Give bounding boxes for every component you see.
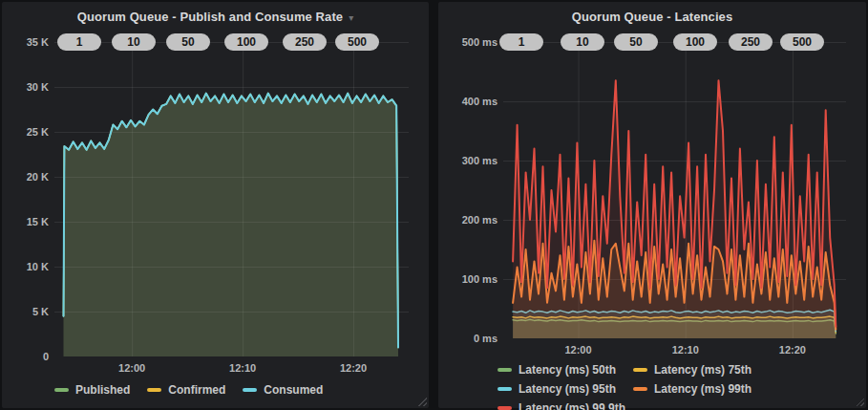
legend: Latency (ms) 50thLatency (ms) 75thLatenc… (498, 363, 868, 410)
legend-item[interactable]: Confirmed (147, 383, 225, 397)
legend-item[interactable]: Consumed (243, 383, 323, 397)
y-axis-tick-label: 100 ms (450, 273, 498, 285)
legend-color-marker-icon (633, 387, 647, 391)
legend-label: Published (75, 383, 130, 397)
annotation-pill[interactable]: 100 (673, 33, 717, 51)
panel-header[interactable]: Quorum Queue - Publish and Consume Rate … (2, 6, 429, 27)
annotation-pill[interactable]: 10 (561, 33, 604, 51)
legend-color-marker-icon (633, 368, 647, 372)
panel-resize-handle-icon[interactable] (855, 397, 864, 406)
legend-label: Confirmed (168, 383, 225, 397)
legend-color-marker-icon (243, 388, 257, 392)
legend-item[interactable]: Latency (ms) 95th (498, 382, 616, 396)
y-axis-tick-label: 400 ms (450, 96, 498, 107)
rate-chart-plot[interactable] (54, 42, 409, 356)
y-axis-tick-label: 20 K (1, 171, 49, 183)
y-axis-tick-label: 15 K (1, 216, 49, 227)
legend-color-marker-icon (498, 406, 512, 410)
y-axis-tick-label: 30 K (1, 81, 49, 93)
x-axis-tick-label: 12:10 (214, 362, 271, 374)
y-axis-tick-label: 500 ms (450, 36, 498, 48)
legend-item[interactable]: Published (54, 383, 130, 397)
panel-latencies: Quorum Queue - Latencies 11050100250500 … (438, 2, 866, 408)
panel-title: Quorum Queue - Publish and Consume Rate (77, 10, 343, 24)
x-axis-tick-label: 12:20 (325, 362, 382, 374)
panel-header[interactable]: Quorum Queue - Latencies (438, 6, 866, 27)
legend-label: Latency (ms) 50th (519, 363, 616, 377)
legend-label: Consumed (264, 383, 323, 397)
annotation-pill[interactable]: 50 (166, 33, 210, 51)
legend-color-marker-icon (54, 388, 69, 392)
legend-item[interactable]: Latency (ms) 50th (498, 363, 616, 377)
panel-publish-consume-rate: Quorum Queue - Publish and Consume Rate … (2, 2, 429, 408)
annotation-pill[interactable]: 250 (283, 33, 327, 51)
annotation-pill[interactable]: 100 (224, 33, 268, 51)
legend-item[interactable]: Latency (ms) 75th (633, 363, 752, 377)
legend-item[interactable]: Latency (ms) 99th (633, 382, 752, 396)
annotation-pill[interactable]: 500 (780, 33, 824, 51)
annotation-pill[interactable]: 10 (112, 33, 156, 51)
x-axis-tick-label: 12:10 (657, 344, 714, 356)
latency-chart-plot[interactable] (503, 42, 846, 338)
legend-item[interactable]: Latency (ms) 99.9th (498, 401, 625, 410)
annotation-pill[interactable]: 1 (499, 33, 543, 51)
x-axis-tick-label: 12:00 (550, 344, 607, 356)
legend-label: Latency (ms) 75th (654, 363, 752, 377)
y-axis-tick-label: 35 K (1, 36, 49, 48)
annotation-pill[interactable]: 50 (614, 33, 658, 51)
panel-menu-caret-icon[interactable]: ▾ (349, 12, 353, 23)
y-axis-tick-label: 5 K (1, 306, 49, 317)
y-axis-tick-label: 0 ms (450, 333, 498, 344)
panel-resize-handle-icon[interactable] (417, 397, 427, 406)
x-axis-tick-label: 12:20 (764, 344, 821, 356)
y-axis-tick-label: 300 ms (450, 155, 498, 166)
legend-color-marker-icon (498, 387, 512, 391)
annotation-pill[interactable]: 250 (729, 33, 773, 51)
y-axis-tick-label: 0 (1, 351, 49, 362)
y-axis-tick-label: 25 K (1, 126, 49, 138)
series-area (64, 94, 399, 356)
legend: PublishedConfirmedConsumed (54, 383, 323, 397)
y-axis-tick-label: 200 ms (450, 214, 498, 226)
x-axis-tick-label: 12:00 (103, 362, 160, 374)
panel-title: Quorum Queue - Latencies (572, 10, 733, 24)
legend-color-marker-icon (147, 388, 161, 392)
legend-label: Latency (ms) 95th (519, 382, 616, 396)
legend-label: Latency (ms) 99th (654, 382, 752, 396)
annotation-pill[interactable]: 1 (57, 33, 101, 51)
legend-color-marker-icon (498, 368, 512, 372)
annotation-pill[interactable]: 500 (335, 33, 379, 51)
y-axis-tick-label: 10 K (1, 261, 49, 272)
legend-label: Latency (ms) 99.9th (519, 401, 625, 410)
